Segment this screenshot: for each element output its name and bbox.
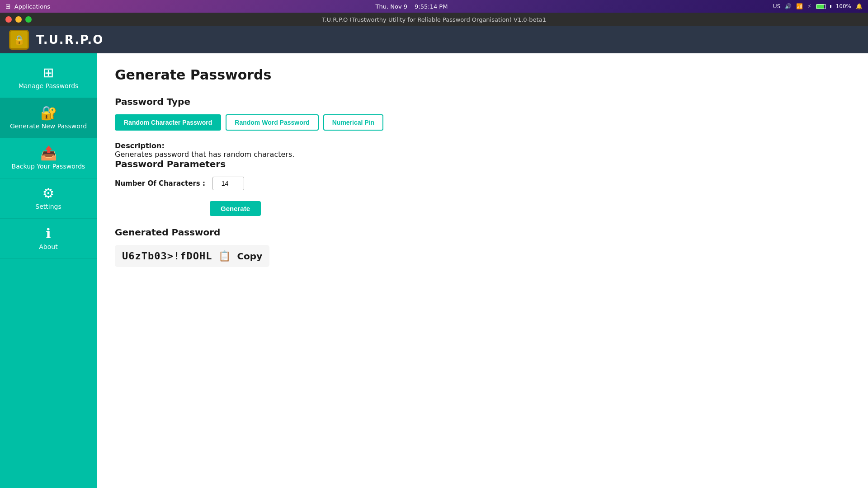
apps-label[interactable]: Applications [14,3,50,10]
generated-password-display: U6zTb03>!fDOHL 📋 Copy [115,245,269,267]
sidebar-label-about: About [39,243,57,250]
taskbar-right: US 🔊 📶 ⚡ 100% 🔔 [773,3,863,9]
sidebar-label-settings: Settings [35,203,61,210]
copy-label[interactable]: Copy [237,251,262,262]
app-header: 🔒 T.U.R.P.O [0,26,868,53]
taskbar-time: 9:55:14 PM [415,3,448,10]
sidebar-item-manage-passwords[interactable]: ⊞ Manage Passwords [0,58,97,98]
password-type-title: Password Type [115,96,850,107]
num-chars-label: Number Of Characters : [115,179,205,188]
titlebar: T.U.R.P.O (Trustworthy Utility for Relia… [0,13,868,26]
sidebar-item-generate-new-password[interactable]: 🔐 Generate New Password [0,98,97,138]
generated-title: Generated Password [115,227,850,238]
minimize-button[interactable] [15,16,22,23]
generated-password-text: U6zTb03>!fDOHL [122,250,212,262]
taskbar-bluetooth-icon[interactable]: ⚡ [807,3,811,9]
sidebar-label-generate-password: Generate New Password [10,122,87,130]
app-logo: 🔒 [9,30,29,50]
battery-icon [816,4,826,9]
password-type-buttons: Random Character Password Random Word Pa… [115,114,850,131]
generate-button[interactable]: Generate [210,201,261,216]
generate-password-icon: 🔐 [40,106,57,120]
sidebar-item-settings[interactable]: ⚙ Settings [0,178,97,219]
about-icon: ℹ [46,227,51,240]
page-title: Generate Passwords [115,67,850,83]
sidebar-item-about[interactable]: ℹ About [0,219,97,259]
sidebar-label-manage-passwords: Manage Passwords [19,82,79,89]
description-section: Description: Generates password that has… [115,141,850,159]
titlebar-title: T.U.R.P.O (Trustworthy Utility for Relia… [322,16,546,23]
random-word-button[interactable]: Random Word Password [226,114,318,131]
params-section: Password Parameters Number Of Characters… [115,159,850,190]
num-chars-row: Number Of Characters : [115,177,850,190]
taskbar-volume-icon[interactable]: 🔊 [785,3,792,9]
num-chars-input[interactable] [212,177,244,190]
sidebar-item-backup-passwords[interactable]: 📤 Backup Your Passwords [0,138,97,178]
password-type-section: Password Type Random Character Password … [115,96,850,131]
maximize-button[interactable] [25,16,32,23]
backup-icon: 📤 [40,146,57,160]
taskbar-wifi-icon[interactable]: 📶 [796,3,803,9]
app-logo-icon: 🔒 [14,34,25,45]
numerical-pin-button[interactable]: Numerical Pin [323,114,383,131]
taskbar-left: ⊞ Applications [5,3,50,10]
sidebar-label-backup-passwords: Backup Your Passwords [12,163,85,170]
taskbar: ⊞ Applications Thu, Nov 9 9:55:14 PM US … [0,0,868,13]
params-title: Password Parameters [115,159,850,169]
main-layout: ⊞ Manage Passwords 🔐 Generate New Passwo… [0,53,868,488]
manage-passwords-icon: ⊞ [42,66,54,80]
generated-section: Generated Password U6zTb03>!fDOHL 📋 Copy [115,227,850,267]
description-label: Description: [115,141,165,150]
sidebar: ⊞ Manage Passwords 🔐 Generate New Passwo… [0,53,97,488]
content-area: Generate Passwords Password Type Random … [97,53,868,488]
taskbar-center: Thu, Nov 9 9:55:14 PM [376,3,448,10]
battery-pct: 100% [836,3,851,9]
apps-icon[interactable]: ⊞ [5,3,11,10]
copy-icon[interactable]: 📋 [218,250,231,262]
settings-icon: ⚙ [42,187,55,200]
taskbar-date: Thu, Nov 9 [376,3,407,10]
close-button[interactable] [5,16,12,23]
description-text: Generates password that has random chara… [115,150,294,159]
app-title: T.U.R.P.O [36,33,104,47]
random-char-button[interactable]: Random Character Password [115,114,221,131]
battery-tip [830,5,831,8]
taskbar-notification-icon[interactable]: 🔔 [856,3,863,9]
taskbar-locale: US [773,3,780,9]
titlebar-buttons [5,16,32,23]
